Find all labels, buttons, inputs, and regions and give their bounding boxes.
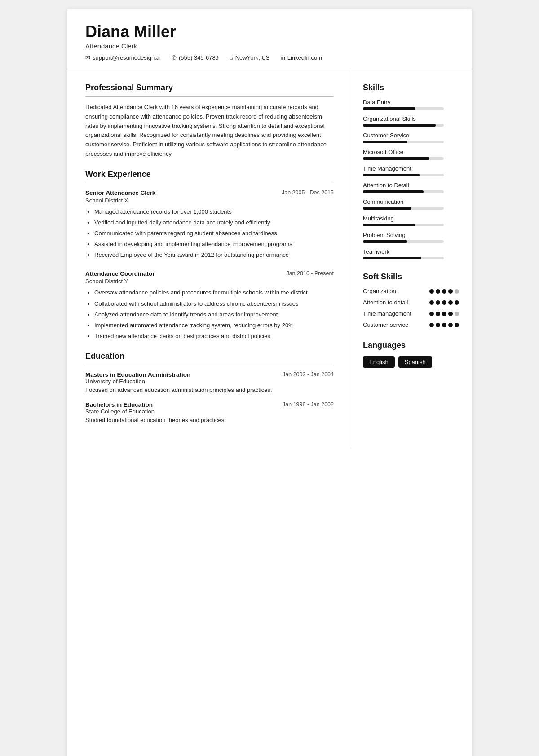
- skill-item-6: Communication: [363, 198, 459, 210]
- dot-2-0: [429, 312, 434, 316]
- skill-track-2: [363, 141, 444, 143]
- phone-contact: ✆ (555) 345-6789: [172, 54, 219, 61]
- skill-item-9: Teamwork: [363, 248, 459, 259]
- job-header-1: Attendance Coordinator Jan 2016 - Presen…: [85, 270, 334, 277]
- soft-skills-list: Organization Attention to detail Time ma…: [363, 288, 459, 328]
- dot-2-2: [442, 312, 446, 316]
- skill-fill-1: [363, 124, 436, 127]
- dot-1-4: [455, 300, 459, 305]
- skill-fill-5: [363, 190, 424, 193]
- work-experience-section: Work Experience Senior Attendance Clerk …: [85, 170, 334, 341]
- job-title-0: Senior Attendance Clerk: [85, 189, 155, 196]
- bullet-1-0: Oversaw attendance policies and procedur…: [94, 288, 334, 297]
- skill-fill-4: [363, 174, 420, 176]
- language-tag-0: English: [363, 356, 395, 368]
- work-divider: [85, 183, 334, 183]
- skill-fill-3: [363, 157, 429, 160]
- linkedin-value: LinkedIn.com: [287, 54, 322, 61]
- dot-3-4: [455, 323, 459, 327]
- summary-section: Professional Summary Dedicated Attendanc…: [85, 83, 334, 159]
- bullet-0-0: Managed attendance records for over 1,00…: [94, 207, 334, 216]
- bullet-0-1: Verified and inputted daily attendance d…: [94, 218, 334, 227]
- email-contact: ✉ support@resumedesign.ai: [85, 54, 161, 61]
- skill-name-9: Teamwork: [363, 248, 459, 255]
- edu-entry-0: Masters in Education Administration Jan …: [85, 371, 334, 393]
- location-icon: ⌂: [230, 54, 233, 61]
- soft-skill-item-1: Attention to detail: [363, 299, 459, 306]
- skill-track-1: [363, 124, 444, 127]
- skill-fill-6: [363, 207, 411, 210]
- skill-track-7: [363, 224, 444, 226]
- job-entry-0: Senior Attendance Clerk Jan 2005 - Dec 2…: [85, 189, 334, 260]
- bullet-1-4: Trained new attendance clerks on best pr…: [94, 332, 334, 341]
- dots-1: [429, 300, 459, 305]
- job-company-0: School District X: [85, 197, 334, 204]
- skill-track-0: [363, 107, 444, 110]
- dot-3-2: [442, 323, 446, 327]
- edu-entry-1: Bachelors in Education Jan 1998 - Jan 20…: [85, 401, 334, 423]
- dot-0-3: [448, 289, 453, 294]
- edu-degree-1: Bachelors in Education: [85, 401, 153, 408]
- language-tag-1: Spanish: [398, 356, 432, 368]
- skill-fill-2: [363, 141, 407, 143]
- dot-3-0: [429, 323, 434, 327]
- languages-title: Languages: [363, 341, 459, 350]
- dot-3-3: [448, 323, 453, 327]
- dot-1-2: [442, 300, 446, 305]
- edu-dates-0: Jan 2002 - Jan 2004: [283, 371, 334, 378]
- education-title: Education: [85, 352, 334, 361]
- skill-track-3: [363, 157, 444, 160]
- skill-name-1: Organizational Skills: [363, 115, 459, 122]
- skill-track-9: [363, 257, 444, 259]
- email-icon: ✉: [85, 54, 90, 61]
- skill-name-8: Problem Solving: [363, 232, 459, 238]
- linkedin-contact: in LinkedIn.com: [281, 54, 322, 61]
- skill-fill-0: [363, 107, 415, 110]
- location-value: NewYork, US: [235, 54, 270, 61]
- dot-2-1: [436, 312, 440, 316]
- edu-desc-0: Focused on advanced education administra…: [85, 387, 334, 393]
- candidate-name: Diana Miller: [85, 22, 454, 41]
- edu-desc-1: Studied foundational education theories …: [85, 417, 334, 423]
- work-section-title: Work Experience: [85, 170, 334, 179]
- soft-skills-title: Soft Skills: [363, 272, 459, 281]
- soft-skills-section: Soft Skills Organization Attention to de…: [363, 272, 459, 328]
- summary-divider: [85, 96, 334, 97]
- job-entry-1: Attendance Coordinator Jan 2016 - Presen…: [85, 270, 334, 341]
- soft-skill-name-3: Customer service: [363, 321, 412, 328]
- dots-0: [429, 289, 459, 294]
- dot-0-1: [436, 289, 440, 294]
- skill-track-5: [363, 190, 444, 193]
- dot-0-4: [455, 289, 459, 294]
- education-section: Education Masters in Education Administr…: [85, 352, 334, 423]
- summary-text: Dedicated Attendance Clerk with 16 years…: [85, 103, 334, 159]
- edu-degree-0: Masters in Education Administration: [85, 371, 190, 378]
- job-title-1: Attendance Coordinator: [85, 270, 155, 277]
- bullet-1-2: Analyzed attendance data to identify tre…: [94, 310, 334, 319]
- skill-name-3: Microsoft Office: [363, 149, 459, 155]
- body-layout: Professional Summary Dedicated Attendanc…: [67, 70, 472, 448]
- dot-3-1: [436, 323, 440, 327]
- job-bullets-0: Managed attendance records for over 1,00…: [85, 207, 334, 260]
- dot-1-1: [436, 300, 440, 305]
- edu-school-0: University of Education: [85, 378, 334, 385]
- contact-bar: ✉ support@resumedesign.ai ✆ (555) 345-67…: [85, 54, 454, 61]
- soft-skill-item-3: Customer service: [363, 321, 459, 328]
- dot-2-4: [455, 312, 459, 316]
- skill-fill-9: [363, 257, 421, 259]
- skill-name-6: Communication: [363, 198, 459, 205]
- skill-item-1: Organizational Skills: [363, 115, 459, 127]
- dot-0-2: [442, 289, 446, 294]
- candidate-title: Attendance Clerk: [85, 42, 454, 50]
- job-dates-1: Jan 2016 - Present: [286, 270, 334, 277]
- skill-name-7: Multitasking: [363, 215, 459, 222]
- side-column: Skills Data Entry Organizational Skills …: [350, 70, 472, 448]
- soft-skill-name-1: Attention to detail: [363, 299, 412, 306]
- bullet-0-2: Communicated with parents regarding stud…: [94, 229, 334, 238]
- dot-1-3: [448, 300, 453, 305]
- soft-skill-name-0: Organization: [363, 288, 412, 294]
- skill-name-0: Data Entry: [363, 99, 459, 105]
- skill-item-3: Microsoft Office: [363, 149, 459, 160]
- soft-skill-item-0: Organization: [363, 288, 459, 294]
- edu-header-1: Bachelors in Education Jan 1998 - Jan 20…: [85, 401, 334, 408]
